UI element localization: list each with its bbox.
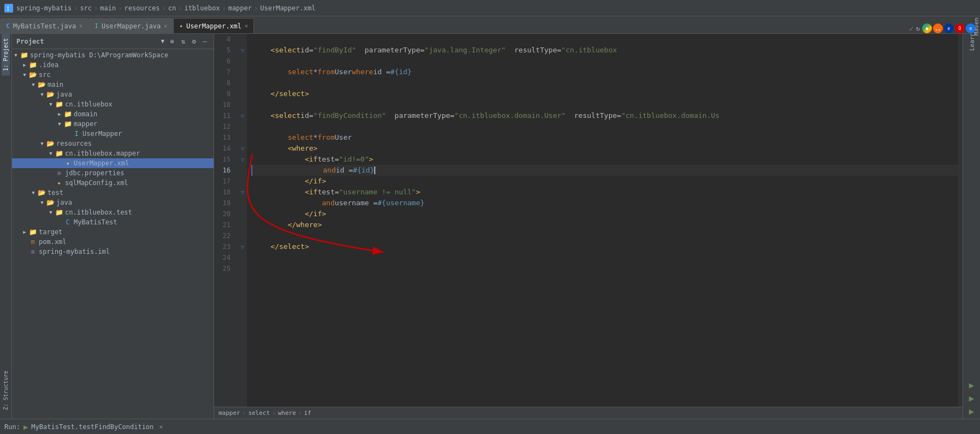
project-tree: ▼ 📁 spring-mybatis D:\AProgramWorkSpace … (12, 49, 214, 419)
main-layout: 1: Project Z: Structure Project ▼ ⊕ ⇅ ⚙ … (0, 34, 980, 419)
line-num-13: 13 (214, 132, 234, 143)
sync-icon[interactable]: ↻ (916, 25, 920, 32)
code-line-13: select * from User (251, 132, 958, 143)
pom-icon: m (28, 237, 37, 246)
ie-icon[interactable]: e (944, 23, 954, 33)
top-right-area: ✓ ↻ ● 🦊 e O e (909, 23, 976, 33)
run-play-icon[interactable]: ▶ (23, 423, 28, 431)
tree-item-domain[interactable]: ▶ 📁 domain (12, 109, 214, 119)
tab-usermapper-xml-close[interactable]: × (245, 23, 248, 29)
gutter-15: ▽ (238, 154, 247, 165)
code-line-25 (251, 263, 958, 274)
right-icon-learn[interactable]: Learn (966, 36, 977, 47)
project-sync-icon[interactable]: ⇅ (179, 37, 187, 46)
right-run-icon[interactable]: ▶ (966, 379, 977, 390)
tree-label: java (56, 91, 72, 98)
line-num-12: 12 (214, 121, 234, 132)
code-line-12 (251, 121, 958, 132)
tree-label: MyBatisTest (74, 218, 117, 226)
tree-item-usermapper-xml[interactable]: ✦ UserMapper.xml (12, 158, 214, 168)
project-header-icons: ⊕ ⇅ ⚙ — (168, 37, 209, 46)
right-run-icon-3[interactable]: ▶ (966, 406, 977, 417)
project-settings-icon[interactable]: ⊕ (168, 37, 176, 46)
left-sidebar: 1: Project Z: Structure (0, 34, 12, 419)
code-line-9: </select> (251, 88, 958, 99)
tree-item-spring-mybatis[interactable]: ▼ 📁 spring-mybatis D:\AProgramWorkSpace (12, 50, 214, 60)
project-panel-title: Project (16, 38, 157, 45)
tree-item-idea[interactable]: ▶ 📁 .idea (12, 60, 214, 70)
tab-usermapper-java-close[interactable]: × (164, 23, 167, 29)
code-line-8 (251, 78, 958, 88)
run-test-label: MyBatisTest.testFindByCondition (31, 423, 154, 431)
tree-item-cn-itbluebox-mapper[interactable]: ▼ 📁 cn.itbluebox.mapper (12, 148, 214, 158)
tree-item-main[interactable]: ▼ 📂 main (12, 80, 214, 90)
gutter-20 (238, 209, 247, 219)
project-dropdown[interactable]: ▼ (161, 38, 164, 45)
tree-label: src (39, 71, 51, 79)
sidebar-item-structure[interactable]: Z: Structure (2, 366, 10, 414)
sidebar-item-project[interactable]: 1: Project (2, 34, 10, 75)
tree-label: UserMapper.xml (74, 159, 129, 167)
tree-item-mybatistest[interactable]: C MyBatisTest (12, 217, 214, 227)
tree-item-src[interactable]: ▼ 📂 src (12, 70, 214, 80)
right-run-icon-2[interactable]: ▶ (966, 393, 977, 403)
code-editor[interactable]: <select id="findById" parameterType="jav… (247, 34, 958, 407)
project-minimize-icon[interactable]: — (200, 37, 209, 46)
tree-arrow: ▼ (29, 190, 37, 195)
tree-item-java-main[interactable]: ▼ 📂 java (12, 90, 214, 99)
tree-item-sqlmapconfig[interactable]: ✦ sqlMapConfig.xml (12, 178, 214, 188)
tag-open: <select (270, 45, 300, 56)
opera-icon[interactable]: O (955, 23, 965, 33)
tab-usermapper-java[interactable]: I UserMapper.java × (88, 18, 173, 33)
line-num-11: 11 (214, 110, 234, 121)
tree-arrow: ▼ (38, 141, 46, 146)
tree-item-resources[interactable]: ▼ 📂 resources (12, 139, 214, 148)
xml-icon: ✦ (55, 179, 63, 187)
tree-item-pom[interactable]: m pom.xml (12, 237, 214, 247)
line-num-6: 6 (214, 56, 234, 67)
tree-label: pom.xml (39, 238, 67, 246)
tab-usermapper-xml[interactable]: ✦ UserMapper.xml × (173, 18, 254, 33)
tree-label: main (48, 81, 63, 88)
tree-label: resources (56, 140, 92, 147)
tab-mybatistest-close[interactable]: × (79, 23, 82, 29)
tree-item-target[interactable]: ▶ 📁 target (12, 227, 214, 237)
project-gear-icon[interactable]: ⚙ (190, 37, 198, 46)
gutter-19 (238, 198, 247, 209)
tree-item-test-java[interactable]: ▼ 📂 java (12, 198, 214, 207)
code-line-14: <where> (251, 143, 958, 154)
right-sidebar-bottom: ▶ ▶ ▶ (966, 379, 977, 417)
code-line-20: </if> (251, 209, 958, 219)
line-num-21: 21 (214, 219, 234, 230)
tree-item-jdbc-properties[interactable]: ≡ jdbc.properties (12, 168, 214, 178)
maven-label[interactable]: Maven (973, 34, 980, 35)
tree-item-mapper-java[interactable]: ▼ 📁 mapper (12, 119, 214, 129)
gutter-4 (238, 34, 247, 45)
breadcrumb-sep1: › (243, 409, 246, 417)
tab-bar: C MyBatisTest.java × I UserMapper.java ×… (0, 16, 980, 34)
line-num-4: 4 (214, 34, 234, 45)
gutter-8 (238, 78, 247, 88)
tree-item-iml[interactable]: ≡ spring-mybatis.iml (12, 247, 214, 257)
tree-item-test[interactable]: ▼ 📂 test (12, 188, 214, 198)
chrome-icon[interactable]: ● (922, 23, 932, 33)
firefox-icon[interactable]: 🦊 (933, 23, 943, 33)
tab-mybatistest[interactable]: C MyBatisTest.java × (0, 18, 88, 33)
gutter-22 (238, 230, 247, 241)
tree-arrow: ▼ (47, 210, 55, 215)
code-line-21: </where> (251, 219, 958, 230)
scrollbar[interactable] (958, 34, 963, 407)
resources-folder-icon: 📂 (46, 139, 55, 148)
run-close-button[interactable]: × (159, 423, 163, 431)
tree-item-cn-itbluebox-test[interactable]: ▼ 📁 cn.itbluebox.test (12, 207, 214, 217)
xml-icon: ✦ (63, 159, 72, 168)
tree-label: jdbc.properties (65, 169, 124, 177)
gutter-21 (238, 219, 247, 230)
breadcrumb-sep2: › (272, 409, 276, 417)
tree-item-cn-itbluebox[interactable]: ▼ 📁 cn.itbluebox (12, 99, 214, 109)
src-folder-icon: 📂 (28, 70, 37, 79)
line-num-24: 24 (214, 252, 234, 263)
project-header: Project ▼ ⊕ ⇅ ⚙ — (12, 34, 214, 49)
cursor (374, 167, 375, 174)
tree-item-usermapper-java[interactable]: I UserMapper (12, 129, 214, 139)
